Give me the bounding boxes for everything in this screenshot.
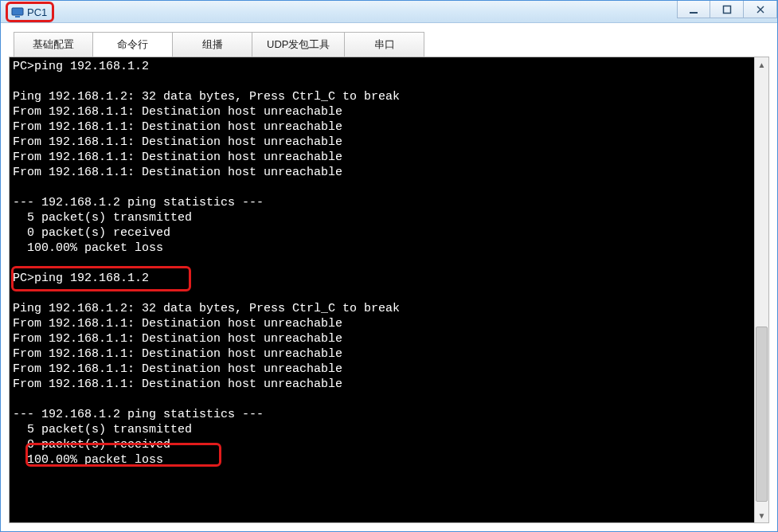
svg-rect-2 (690, 12, 698, 14)
tab-bar: 基础配置命令行组播UDP发包工具串口 (9, 31, 769, 57)
terminal-line: 0 packet(s) received (13, 225, 751, 241)
tab-1[interactable]: 命令行 (93, 32, 173, 57)
terminal-line (13, 392, 751, 407)
terminal-line: From 192.168.1.1: Destination host unrea… (13, 150, 751, 165)
titlebar: PC1 (1, 1, 777, 23)
title-highlight: PC1 (6, 2, 54, 22)
terminal-line: 100.00% packet loss (13, 452, 751, 467)
svg-rect-1 (15, 16, 20, 18)
terminal-panel: PC>ping 192.168.1.2Ping 192.168.1.2: 32 … (9, 57, 769, 523)
terminal-line (13, 74, 751, 89)
terminal-line: 5 packet(s) transmitted (13, 422, 751, 437)
terminal-line: From 192.168.1.1: Destination host unrea… (13, 165, 751, 180)
tab-3[interactable]: UDP发包工具 (252, 32, 345, 57)
window-title: PC1 (27, 6, 47, 18)
close-button[interactable] (744, 1, 777, 18)
terminal-line: From 192.168.1.1: Destination host unrea… (13, 377, 751, 392)
scroll-up-icon[interactable]: ▲ (755, 57, 768, 72)
minimize-button[interactable] (677, 1, 710, 18)
terminal-line: From 192.168.1.1: Destination host unrea… (13, 362, 751, 377)
terminal-line: --- 192.168.1.2 ping statistics --- (13, 195, 751, 210)
tab-2[interactable]: 组播 (173, 32, 252, 57)
terminal-line (13, 286, 751, 301)
terminal-line: Ping 192.168.1.2: 32 data bytes, Press C… (13, 89, 751, 104)
terminal-line: From 192.168.1.1: Destination host unrea… (13, 346, 751, 362)
terminal-line: From 192.168.1.1: Destination host unrea… (13, 104, 751, 119)
scroll-thumb[interactable] (756, 327, 768, 502)
terminal-line: From 192.168.1.1: Destination host unrea… (13, 119, 751, 135)
terminal-line (13, 256, 751, 271)
terminal-line: PC>ping 192.168.1.2 (13, 59, 751, 74)
terminal-line: 0 packet(s) received (13, 437, 751, 452)
terminal-line: From 192.168.1.1: Destination host unrea… (13, 331, 751, 346)
terminal-line: 5 packet(s) transmitted (13, 210, 751, 225)
terminal-line: 100.00% packet loss (13, 241, 751, 256)
scrollbar[interactable]: ▲ ▼ (754, 57, 768, 522)
tab-4[interactable]: 串口 (345, 32, 424, 57)
svg-rect-0 (12, 8, 23, 15)
tab-0[interactable]: 基础配置 (14, 32, 93, 57)
svg-rect-3 (723, 6, 730, 13)
terminal-line: From 192.168.1.1: Destination host unrea… (13, 316, 751, 331)
app-icon (11, 6, 24, 18)
terminal[interactable]: PC>ping 192.168.1.2Ping 192.168.1.2: 32 … (10, 57, 754, 522)
maximize-button[interactable] (710, 1, 744, 18)
scroll-track[interactable] (756, 72, 768, 508)
terminal-line: PC>ping 192.168.1.2 (13, 271, 751, 286)
app-window: PC1 基础配置命令行组播UDP发包工具串口 PC>ping 192.168.1… (0, 0, 778, 532)
window-controls (677, 1, 777, 23)
terminal-line: Ping 192.168.1.2: 32 data bytes, Press C… (13, 301, 751, 316)
terminal-line (13, 180, 751, 195)
scroll-down-icon[interactable]: ▼ (755, 508, 768, 522)
terminal-line: --- 192.168.1.2 ping statistics --- (13, 407, 751, 422)
terminal-line: From 192.168.1.1: Destination host unrea… (13, 135, 751, 150)
client-area: 基础配置命令行组播UDP发包工具串口 PC>ping 192.168.1.2Pi… (1, 23, 777, 531)
